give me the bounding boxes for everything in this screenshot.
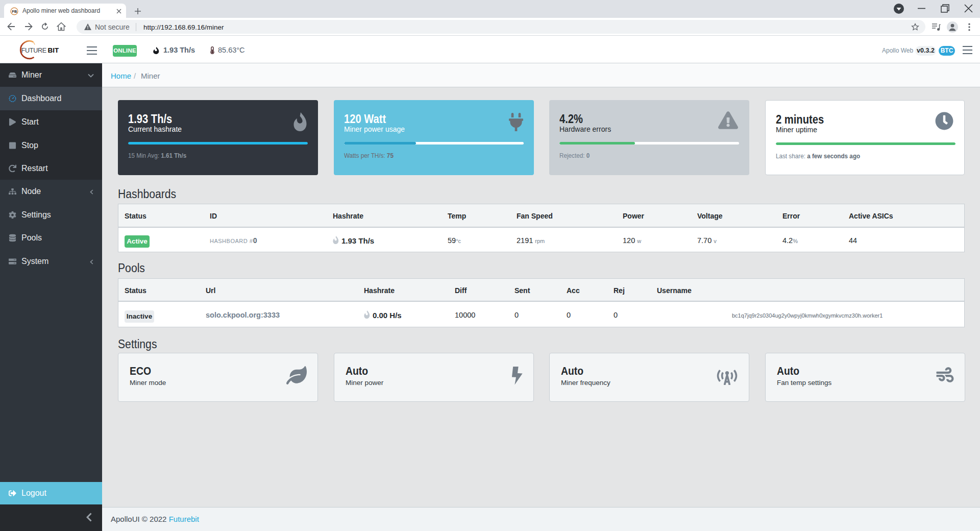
svg-text:BIT: BIT <box>48 46 60 54</box>
svg-text:FUTURE: FUTURE <box>21 47 47 54</box>
svg-text:FB: FB <box>12 9 17 14</box>
